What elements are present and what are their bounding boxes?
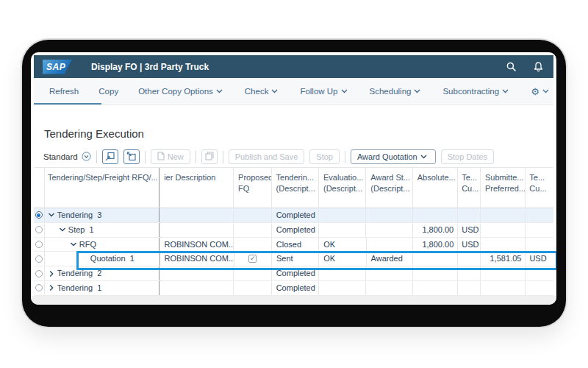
chevron-right-icon[interactable] (48, 270, 57, 277)
menu-item-scheduling[interactable]: Scheduling (370, 87, 423, 96)
collapse-all-button[interactable] (123, 149, 140, 164)
menu-bar: Refresh Copy Other Copy Options Check Fo… (34, 78, 553, 105)
table-row-step-1[interactable]: Step 1 Completed 1,800.00 USD (34, 223, 553, 238)
menu-item-refresh[interactable]: Refresh (49, 87, 79, 96)
toolbar-separator (196, 151, 196, 163)
chevron-down-icon (414, 89, 423, 93)
column-header-evaluation[interactable]: Evaluatio... (Descript... (319, 168, 366, 208)
shell-bar: SAP Display FO | 3rd Party Truck (34, 55, 553, 78)
collapse-group-icon (126, 152, 136, 163)
table-row-tendering-3[interactable]: Tendering 3 Completed (34, 208, 553, 223)
active-tab-indicator (34, 103, 101, 105)
publish-and-save-button[interactable]: Publish and Save (229, 149, 305, 164)
column-header-currency-2[interactable]: Te... Cu... (526, 168, 553, 208)
row-radio-selected[interactable] (35, 211, 43, 219)
proposed-fq-checkbox[interactable]: ✓ (248, 255, 257, 263)
chevron-down-circle-icon (82, 152, 91, 163)
chevron-down-icon (502, 89, 511, 93)
chevron-down-icon (341, 89, 350, 93)
stop-button[interactable]: Stop (309, 149, 340, 164)
table-row-quotation-1[interactable]: Quotation 1 ROBINSON COM... ✓ Sent OK Aw… (34, 252, 553, 266)
column-header-award-status[interactable]: Award St... (Descript... (366, 168, 412, 208)
sap-logo[interactable]: SAP (43, 60, 72, 74)
row-radio[interactable] (35, 255, 43, 263)
chevron-down-icon[interactable] (59, 226, 68, 233)
column-header-tendering-status[interactable]: Tenderin... (Descript... (272, 168, 319, 208)
page-title-bar: Tendering Execution (34, 105, 553, 145)
column-header-currency[interactable]: Te... Cu... (458, 168, 481, 208)
toolbar-separator (145, 151, 146, 163)
award-quotation-button[interactable]: Award Quotation (351, 149, 436, 164)
table-row-tendering-2[interactable]: Tendering 2 Completed (34, 266, 553, 281)
duplicate-button[interactable] (201, 149, 218, 164)
new-button[interactable]: New (151, 149, 190, 164)
chevron-down-icon (216, 89, 225, 93)
table-row-rfq[interactable]: RFQ ROBINSON COM... Closed OK 1,800.00 U… (34, 238, 553, 252)
expand-all-button[interactable] (102, 149, 118, 164)
column-header-absolute[interactable]: Absolute... (413, 168, 458, 208)
search-icon[interactable] (506, 62, 516, 71)
menu-item-other-copy-options[interactable]: Other Copy Options (138, 87, 225, 96)
table-row-tendering-1[interactable]: Tendering 1 Completed (34, 281, 553, 296)
expand-group-icon (105, 152, 115, 163)
column-header-carrier-description[interactable]: ier Description (159, 168, 234, 208)
toolbar-separator (96, 151, 97, 163)
menu-item-follow-up[interactable]: Follow Up (300, 87, 349, 96)
table-body: Tendering 3 Completed (34, 208, 553, 296)
tablet-screen: SAP Display FO | 3rd Party Truck Refresh (31, 52, 556, 305)
table-toolbar: Standard New (34, 146, 553, 167)
menu-item-check[interactable]: Check (245, 87, 281, 96)
settings-gear-menu[interactable]: ⚙ (531, 86, 556, 97)
page-title: Tendering Execution (44, 127, 144, 140)
column-header-tendering-step-rfq[interactable]: Tendering/Step/Freight RFQ/... (45, 168, 159, 208)
row-radio[interactable] (35, 270, 43, 277)
tablet-frame: SAP Display FO | 3rd Party Truck Refresh (22, 40, 566, 327)
column-header-submitted-preferred[interactable]: Submitte... Preferred... (481, 168, 526, 208)
row-radio[interactable] (35, 226, 43, 233)
row-radio[interactable] (35, 284, 43, 291)
row-radio[interactable] (35, 241, 43, 248)
view-variant-selector[interactable]: Standard (43, 152, 91, 163)
chevron-down-icon (542, 89, 551, 93)
chevron-right-icon[interactable] (48, 284, 57, 291)
stop-dates-button[interactable]: Stop Dates (441, 149, 494, 164)
toolbar-separator (223, 151, 223, 163)
chevron-down-icon[interactable] (70, 241, 79, 248)
chevron-down-icon (420, 155, 429, 159)
notifications-bell-icon[interactable] (534, 62, 543, 72)
app-title: Display FO | 3rd Party Truck (91, 62, 209, 72)
sap-app-window: SAP Display FO | 3rd Party Truck Refresh (34, 55, 553, 305)
menu-item-subcontracting[interactable]: Subcontracting (442, 87, 511, 96)
menu-item-copy[interactable]: Copy (98, 87, 118, 96)
selection-column-header (34, 168, 45, 208)
table-header-row: Tendering/Step/Freight RFQ/... ier Descr… (34, 167, 553, 208)
new-document-icon (157, 152, 165, 162)
column-header-proposed-fq[interactable]: Proposed FQ (234, 168, 272, 208)
chevron-down-icon[interactable] (48, 211, 57, 219)
chevron-down-icon (271, 89, 280, 93)
gear-icon: ⚙ (531, 86, 539, 97)
content-background (31, 296, 556, 305)
copy-icon (205, 152, 214, 162)
toolbar-separator (345, 151, 345, 163)
